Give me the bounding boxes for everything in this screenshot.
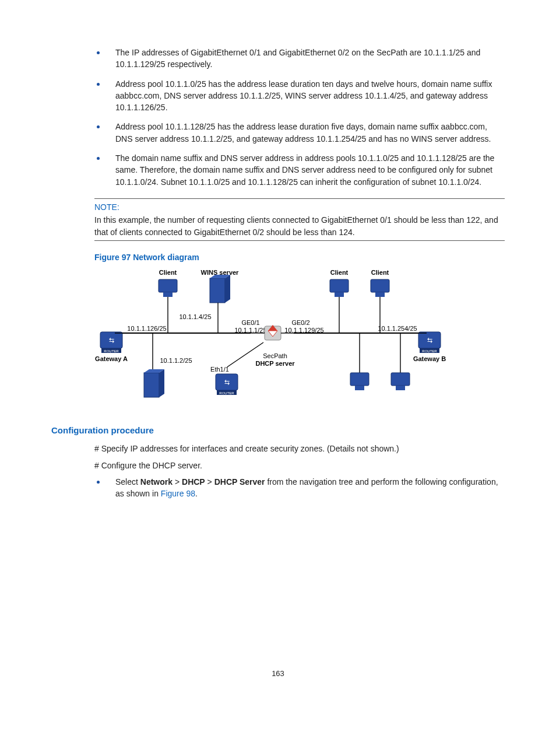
svg-rect-41 [350,373,369,386]
bullet-item: The IP addresses of GigabitEthernet 0/1 … [97,47,505,71]
svg-text:ROUTER: ROUTER [219,391,234,395]
gateway-b-icon: ⇆ ROUTER [418,332,441,353]
label-client-r2: Client [371,269,389,276]
client-icon [159,279,177,297]
bullet-list-top: The IP addresses of GigabitEthernet 0/1 … [51,47,505,188]
svg-rect-43 [391,373,410,386]
figure-caption: Figure 97 Network diagram [94,251,505,263]
note-label: NOTE: [94,201,505,213]
breadcrumb-sep: > [205,477,214,487]
bullet-list-config: Select Network > DHCP > DHCP Server from… [51,476,505,500]
label-client-left: Client [159,269,177,276]
breadcrumb-part: DHCP Server [214,477,265,487]
svg-text:⇆: ⇆ [109,337,114,344]
bullet-item: Select Network > DHCP > DHCP Server from… [97,476,505,500]
label-ge02: GE0/2 [291,319,309,326]
svg-text:⇆: ⇆ [427,337,432,344]
breadcrumb-part: DHCP [182,477,205,487]
svg-rect-31 [144,373,159,397]
svg-marker-33 [159,369,164,397]
dns-server-icon [144,369,164,397]
svg-rect-8 [375,292,385,297]
text: . [195,489,198,498]
note-body: In this example, the number of requestin… [94,214,505,238]
gateway-a-icon: ⇆ ROUTER [100,332,122,353]
breadcrumb-sep: > [173,477,182,487]
paragraph: # Configure the DHCP server. [94,460,505,471]
label-wins-ip: 10.1.1.4/25 [179,313,211,320]
paragraph: # Specify IP addresses for interfaces an… [94,443,505,454]
svg-text:ROUTER: ROUTER [104,349,119,353]
section-heading: Configuration procedure [51,424,505,437]
svg-text:⇆: ⇆ [224,379,230,386]
label-dhcp: DHCP server [255,360,295,367]
svg-rect-5 [330,279,349,292]
label-gwA-ip: 10.1.1.126/25 [127,325,166,332]
svg-rect-44 [396,386,405,390]
label-gwA: Gateway A [95,355,128,362]
label-gwB: Gateway B [413,355,446,362]
svg-rect-42 [355,386,364,390]
client-icon [371,279,389,297]
bullet-item: The domain name suffix and DNS server ad… [97,152,505,188]
text: Select [115,477,140,487]
client-icon [350,373,369,390]
label-ge01-ip: 10.1.1.1/25 [234,327,266,334]
label-secpath: SecPath [263,352,287,359]
svg-rect-6 [335,292,344,297]
client-icon [330,279,349,297]
note-block: NOTE: In this example, the number of req… [94,201,505,238]
network-diagram: Client WINS server Client Client 10.1.1.… [94,268,456,408]
client-icon [391,373,410,390]
figure-link[interactable]: Figure 98 [161,489,195,498]
wins-server-icon [210,275,230,303]
label-client-r1: Client [330,269,349,276]
label-ge02-ip: 10.1.1.129/25 [284,327,323,334]
note-rule-bottom [94,240,505,241]
label-dns-ip: 10.1.1.2/25 [160,357,192,364]
eth-router-icon: ⇆ ROUTER [216,374,238,395]
label-ge01: GE0/1 [241,319,259,326]
svg-rect-2 [210,278,225,303]
secpath-icon [265,325,281,340]
label-eth11: Eth1/1 [210,366,229,373]
svg-marker-4 [225,275,230,303]
bullet-item: Address pool 10.1.1.0/25 has the address… [97,78,505,114]
note-rule-top [94,198,505,199]
label-gwB-ip: 10.1.1.254/25 [378,325,417,332]
bullet-item: Address pool 10.1.1.128/25 has the addre… [97,121,505,145]
breadcrumb-part: Network [140,477,173,487]
svg-rect-7 [371,279,389,292]
svg-rect-1 [163,292,173,297]
page-number: 163 [51,668,505,680]
svg-text:ROUTER: ROUTER [422,349,437,353]
svg-rect-0 [159,279,177,292]
